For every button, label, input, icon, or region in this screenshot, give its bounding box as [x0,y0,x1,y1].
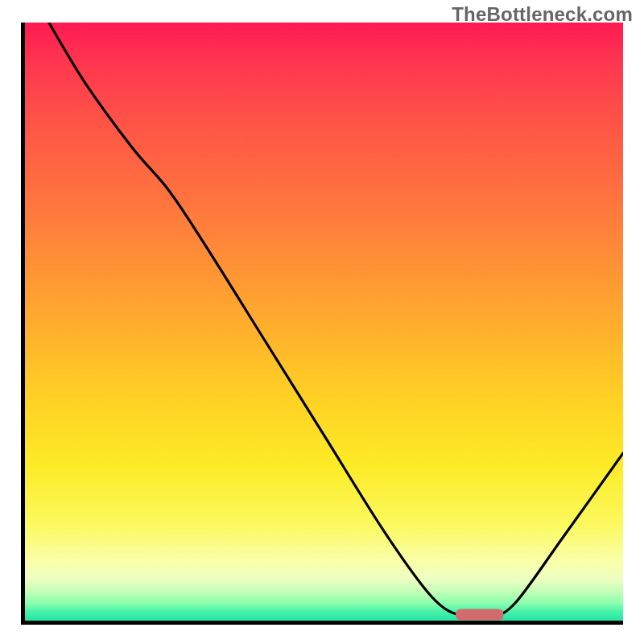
optimal-marker [456,609,503,621]
plot-area [21,23,623,625]
bottleneck-curve [25,23,623,621]
chart-frame: TheBottleneck.com [0,0,644,644]
